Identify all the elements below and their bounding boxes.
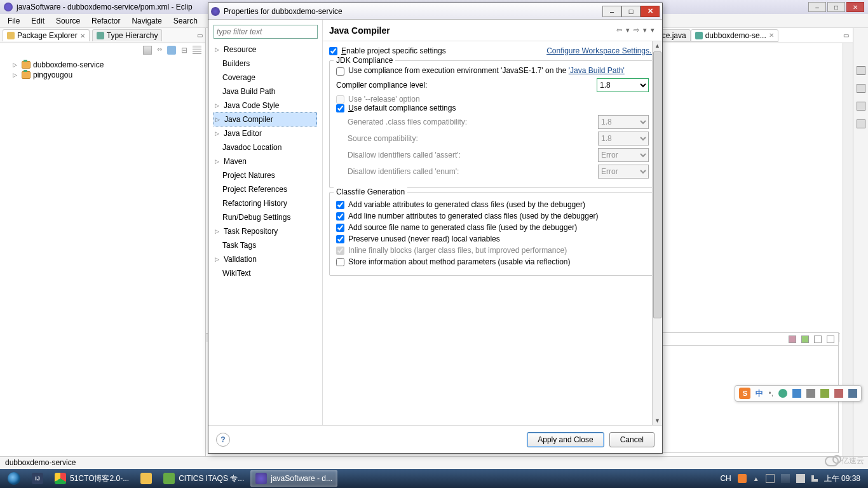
store-info-checkbox[interactable]: Store information about method parameter… bbox=[336, 257, 649, 266]
tray-battery-icon[interactable] bbox=[796, 474, 805, 483]
collapse-all-icon[interactable]: ⊟ bbox=[181, 46, 187, 55]
tab-type-hierarchy[interactable]: Type Hierarchy bbox=[92, 29, 163, 41]
category-run-debug-settings[interactable]: Run/Debug Settings bbox=[214, 210, 317, 224]
view-menu-icon[interactable] bbox=[193, 46, 201, 55]
menu-edit[interactable]: Edit bbox=[26, 15, 50, 27]
close-button[interactable]: ✕ bbox=[846, 2, 864, 12]
category-wikitext[interactable]: WikiText bbox=[214, 266, 317, 280]
expand-icon[interactable]: ▷ bbox=[13, 72, 19, 78]
expand-icon[interactable]: ▷ bbox=[215, 114, 222, 125]
maximize-icon[interactable] bbox=[827, 336, 834, 343]
category-coverage[interactable]: Coverage bbox=[214, 71, 317, 85]
category-java-code-style[interactable]: ▷Java Code Style bbox=[214, 98, 317, 112]
use-default-checkbox[interactable]: Use default compliance settings bbox=[336, 104, 649, 112]
add-variable-checkbox[interactable]: Add variable attributes to generated cla… bbox=[336, 200, 649, 209]
expand-icon[interactable]: ▷ bbox=[215, 156, 221, 167]
clock[interactable]: 上午 09:38 bbox=[824, 475, 860, 482]
add-source-checkbox[interactable]: Add source file name to generated class … bbox=[336, 223, 649, 232]
category-java-build-path[interactable]: Java Build Path bbox=[214, 85, 317, 98]
category-project-natures[interactable]: Project Natures bbox=[214, 168, 317, 182]
view-menu-icon[interactable]: ▭ bbox=[843, 32, 853, 39]
link-editor-icon[interactable] bbox=[143, 46, 152, 55]
ime-tool-icon[interactable] bbox=[834, 389, 843, 398]
use-compliance-checkbox[interactable]: Use compliance from execution environmen… bbox=[336, 66, 649, 76]
editor-tab[interactable]: dubboxdemo-se...✕ bbox=[691, 29, 778, 42]
scroll-down-icon[interactable]: ▼ bbox=[653, 416, 662, 425]
ime-voice-icon[interactable] bbox=[778, 389, 787, 398]
category-validation[interactable]: ▷Validation bbox=[214, 252, 317, 266]
maximize-button[interactable]: □ bbox=[827, 2, 845, 12]
expand-icon[interactable]: ▷ bbox=[215, 128, 221, 139]
menu-source[interactable]: Source bbox=[51, 15, 85, 27]
category-resource[interactable]: ▷Resource bbox=[214, 43, 317, 57]
maximize-button[interactable]: □ bbox=[621, 6, 641, 17]
preserve-unused-checkbox[interactable]: Preserve unused (never read) local varia… bbox=[336, 234, 649, 243]
project-item[interactable]: ▷dubboxdemo-service bbox=[4, 60, 201, 70]
ime-toolbar[interactable]: S 中 •, bbox=[735, 385, 862, 402]
minimize-button[interactable]: – bbox=[602, 6, 621, 17]
menu-file[interactable]: File bbox=[3, 15, 25, 27]
category-refactoring-history[interactable]: Refactoring History bbox=[214, 196, 317, 210]
filter-input[interactable] bbox=[214, 25, 318, 39]
panel-icon[interactable] bbox=[789, 336, 796, 343]
trim-icon[interactable] bbox=[857, 84, 865, 93]
minimize-button[interactable]: – bbox=[808, 2, 826, 12]
minimize-icon[interactable] bbox=[814, 336, 822, 343]
category-builders[interactable]: Builders bbox=[214, 57, 317, 71]
close-icon[interactable]: ✕ bbox=[80, 32, 85, 39]
category-javadoc-location[interactable]: Javadoc Location bbox=[214, 140, 317, 154]
dialog-titlebar[interactable]: Properties for dubboxdemo-service – □ ✕ bbox=[208, 3, 662, 20]
cancel-button[interactable]: Cancel bbox=[609, 432, 654, 447]
dropdown-icon[interactable]: ▾ bbox=[642, 26, 648, 34]
ime-keyboard-icon[interactable] bbox=[806, 389, 815, 398]
expand-icon[interactable]: ▷ bbox=[215, 100, 221, 111]
panel-icon[interactable] bbox=[801, 336, 809, 343]
enable-specific-checkbox[interactable]: Enable project specific settings bbox=[329, 46, 446, 55]
focus-task-icon[interactable] bbox=[167, 46, 176, 55]
expand-icon[interactable]: ▷ bbox=[13, 62, 19, 68]
category-task-repository[interactable]: ▷Task Repository bbox=[214, 224, 317, 238]
vertical-scrollbar[interactable] bbox=[843, 43, 853, 488]
tray-volume-icon[interactable] bbox=[811, 475, 818, 482]
expand-icon[interactable]: ▷ bbox=[215, 254, 221, 265]
nav-back-icon[interactable]: ⇔ bbox=[157, 46, 162, 55]
configure-workspace-link[interactable]: Configure Workspace Settings... bbox=[546, 46, 656, 55]
expand-icon[interactable]: ▷ bbox=[215, 226, 221, 237]
category-maven[interactable]: ▷Maven bbox=[214, 154, 317, 168]
project-item[interactable]: ▷pingyougou bbox=[4, 70, 201, 80]
scroll-up-icon[interactable]: ▲ bbox=[653, 41, 662, 50]
scroll-thumb[interactable] bbox=[653, 51, 661, 318]
dropdown-icon[interactable]: ▾ bbox=[625, 26, 631, 34]
category-task-tags[interactable]: Task Tags bbox=[214, 238, 317, 252]
menu-refactor[interactable]: Refactor bbox=[86, 15, 125, 27]
tab-package-explorer[interactable]: Package Explorer✕ bbox=[3, 29, 90, 41]
taskbar-item[interactable]: javaSoftware - d... bbox=[250, 470, 337, 487]
java-build-path-link[interactable]: 'Java Build Path' bbox=[569, 66, 625, 75]
back-icon[interactable]: ⇦ bbox=[615, 26, 623, 34]
category-java-editor[interactable]: ▷Java Editor bbox=[214, 126, 317, 140]
taskbar-item[interactable]: CITICS ITAQS 专... bbox=[158, 470, 249, 487]
tray-action-center-icon[interactable] bbox=[766, 474, 775, 483]
content-scrollbar[interactable]: ▲ ▼ bbox=[652, 41, 662, 425]
compliance-level-combo[interactable]: 1.8 bbox=[597, 78, 649, 92]
menu-search[interactable]: Search bbox=[168, 15, 203, 27]
taskbar-item[interactable]: 51CTO博客2.0-... bbox=[50, 470, 134, 487]
trim-icon[interactable] bbox=[857, 119, 865, 128]
tray-sogou-icon[interactable] bbox=[738, 474, 747, 483]
view-menu-icon[interactable]: ▾ bbox=[649, 26, 656, 34]
help-button[interactable]: ? bbox=[216, 433, 230, 447]
ime-settings-icon[interactable] bbox=[820, 389, 829, 398]
add-line-checkbox[interactable]: Add line number attributes to generated … bbox=[336, 212, 649, 220]
close-button[interactable]: ✕ bbox=[641, 6, 660, 17]
forward-icon[interactable]: ⇨ bbox=[632, 26, 641, 34]
category-project-references[interactable]: Project References bbox=[214, 182, 317, 196]
trim-icon[interactable] bbox=[857, 102, 865, 111]
minimize-view-icon[interactable]: ▭ bbox=[197, 32, 203, 39]
sogou-icon[interactable]: S bbox=[739, 388, 750, 399]
tray-network-icon[interactable] bbox=[781, 474, 790, 483]
ime-menu-icon[interactable] bbox=[848, 389, 857, 398]
category-java-compiler[interactable]: ▷Java Compiler bbox=[214, 112, 317, 126]
ime-lang-icon[interactable]: 中 bbox=[756, 388, 763, 399]
apply-close-button[interactable]: Apply and Close bbox=[527, 432, 604, 447]
trim-icon[interactable] bbox=[857, 66, 865, 75]
